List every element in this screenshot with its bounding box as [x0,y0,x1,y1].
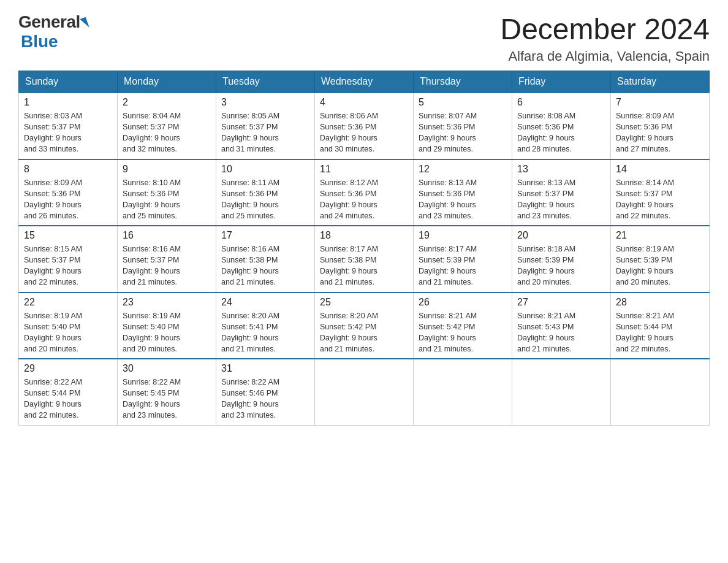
day-info: Sunrise: 8:10 AM Sunset: 5:36 PM Dayligh… [123,177,211,222]
calendar-day-cell: 22 Sunrise: 8:19 AM Sunset: 5:40 PM Dayl… [19,293,118,359]
day-number: 1 [24,97,112,108]
calendar-day-cell: 20 Sunrise: 8:18 AM Sunset: 5:39 PM Dayl… [512,226,611,293]
day-number: 28 [616,297,704,308]
day-info: Sunrise: 8:07 AM Sunset: 5:36 PM Dayligh… [419,110,507,155]
logo-general-text: General [18,12,80,32]
calendar-day-cell [414,359,512,425]
calendar-day-cell: 5 Sunrise: 8:07 AM Sunset: 5:36 PM Dayli… [414,93,512,159]
calendar-day-cell: 29 Sunrise: 8:22 AM Sunset: 5:44 PM Dayl… [19,359,118,425]
day-info: Sunrise: 8:08 AM Sunset: 5:36 PM Dayligh… [517,110,605,155]
day-of-week-header: Tuesday [216,71,315,93]
calendar-week-row: 15 Sunrise: 8:15 AM Sunset: 5:37 PM Dayl… [19,226,710,293]
day-info: Sunrise: 8:11 AM Sunset: 5:36 PM Dayligh… [221,177,309,222]
day-info: Sunrise: 8:13 AM Sunset: 5:37 PM Dayligh… [517,177,605,222]
day-number: 17 [221,230,309,241]
calendar-day-cell: 17 Sunrise: 8:16 AM Sunset: 5:38 PM Dayl… [216,226,315,293]
day-number: 21 [616,230,704,241]
calendar-day-cell: 18 Sunrise: 8:17 AM Sunset: 5:38 PM Dayl… [315,226,414,293]
day-info: Sunrise: 8:22 AM Sunset: 5:45 PM Dayligh… [123,377,211,421]
day-number: 11 [320,164,408,175]
day-info: Sunrise: 8:05 AM Sunset: 5:37 PM Dayligh… [221,110,309,155]
calendar-day-cell [611,359,710,425]
calendar-day-cell: 12 Sunrise: 8:13 AM Sunset: 5:36 PM Dayl… [414,159,512,226]
day-number: 8 [24,164,112,175]
day-info: Sunrise: 8:15 AM Sunset: 5:37 PM Dayligh… [24,243,112,288]
calendar-day-cell: 27 Sunrise: 8:21 AM Sunset: 5:43 PM Dayl… [512,293,611,359]
calendar-day-cell: 10 Sunrise: 8:11 AM Sunset: 5:36 PM Dayl… [216,159,315,226]
day-number: 13 [517,164,605,175]
day-of-week-header: Monday [118,71,216,93]
day-number: 9 [123,164,211,175]
day-number: 26 [419,297,507,308]
day-number: 3 [221,97,309,108]
day-number: 18 [320,230,408,241]
day-info: Sunrise: 8:06 AM Sunset: 5:36 PM Dayligh… [320,110,408,155]
logo: General Blue [18,12,88,52]
day-info: Sunrise: 8:20 AM Sunset: 5:42 PM Dayligh… [320,310,408,355]
page-header: General Blue December 2024 Alfara de Alg… [18,12,710,64]
calendar-week-row: 29 Sunrise: 8:22 AM Sunset: 5:44 PM Dayl… [19,359,710,425]
day-info: Sunrise: 8:19 AM Sunset: 5:40 PM Dayligh… [24,310,112,355]
logo-arrow-icon [80,17,89,29]
calendar-day-cell: 30 Sunrise: 8:22 AM Sunset: 5:45 PM Dayl… [118,359,216,425]
day-info: Sunrise: 8:14 AM Sunset: 5:37 PM Dayligh… [616,177,704,222]
calendar-day-cell: 8 Sunrise: 8:09 AM Sunset: 5:36 PM Dayli… [19,159,118,226]
calendar-day-cell: 3 Sunrise: 8:05 AM Sunset: 5:37 PM Dayli… [216,93,315,159]
calendar-day-cell [315,359,414,425]
calendar-day-cell [512,359,611,425]
calendar-day-cell: 16 Sunrise: 8:16 AM Sunset: 5:37 PM Dayl… [118,226,216,293]
calendar-week-row: 8 Sunrise: 8:09 AM Sunset: 5:36 PM Dayli… [19,159,710,226]
day-of-week-header: Thursday [414,71,512,93]
day-info: Sunrise: 8:09 AM Sunset: 5:36 PM Dayligh… [616,110,704,155]
day-info: Sunrise: 8:16 AM Sunset: 5:37 PM Dayligh… [123,243,211,288]
day-number: 24 [221,297,309,308]
day-number: 30 [123,363,211,374]
calendar-day-cell: 14 Sunrise: 8:14 AM Sunset: 5:37 PM Dayl… [611,159,710,226]
calendar-day-cell: 15 Sunrise: 8:15 AM Sunset: 5:37 PM Dayl… [19,226,118,293]
calendar-week-row: 1 Sunrise: 8:03 AM Sunset: 5:37 PM Dayli… [19,93,710,159]
day-number: 12 [419,164,507,175]
calendar-day-cell: 25 Sunrise: 8:20 AM Sunset: 5:42 PM Dayl… [315,293,414,359]
day-number: 2 [123,97,211,108]
calendar-day-cell: 4 Sunrise: 8:06 AM Sunset: 5:36 PM Dayli… [315,93,414,159]
day-info: Sunrise: 8:20 AM Sunset: 5:41 PM Dayligh… [221,310,309,355]
day-number: 20 [517,230,605,241]
day-info: Sunrise: 8:04 AM Sunset: 5:37 PM Dayligh… [123,110,211,155]
calendar-day-cell: 2 Sunrise: 8:04 AM Sunset: 5:37 PM Dayli… [118,93,216,159]
day-of-week-header: Friday [512,71,611,93]
calendar-week-row: 22 Sunrise: 8:19 AM Sunset: 5:40 PM Dayl… [19,293,710,359]
day-info: Sunrise: 8:22 AM Sunset: 5:44 PM Dayligh… [24,377,112,421]
calendar-day-cell: 23 Sunrise: 8:19 AM Sunset: 5:40 PM Dayl… [118,293,216,359]
calendar-day-cell: 21 Sunrise: 8:19 AM Sunset: 5:39 PM Dayl… [611,226,710,293]
day-info: Sunrise: 8:09 AM Sunset: 5:36 PM Dayligh… [24,177,112,222]
calendar-header-row: SundayMondayTuesdayWednesdayThursdayFrid… [19,71,710,93]
day-number: 27 [517,297,605,308]
day-number: 29 [24,363,112,374]
day-number: 5 [419,97,507,108]
calendar-day-cell: 6 Sunrise: 8:08 AM Sunset: 5:36 PM Dayli… [512,93,611,159]
day-number: 14 [616,164,704,175]
calendar-day-cell: 9 Sunrise: 8:10 AM Sunset: 5:36 PM Dayli… [118,159,216,226]
calendar-day-cell: 11 Sunrise: 8:12 AM Sunset: 5:36 PM Dayl… [315,159,414,226]
day-number: 19 [419,230,507,241]
day-info: Sunrise: 8:13 AM Sunset: 5:36 PM Dayligh… [419,177,507,222]
day-info: Sunrise: 8:19 AM Sunset: 5:39 PM Dayligh… [616,243,704,288]
calendar-day-cell: 1 Sunrise: 8:03 AM Sunset: 5:37 PM Dayli… [19,93,118,159]
day-info: Sunrise: 8:12 AM Sunset: 5:36 PM Dayligh… [320,177,408,222]
calendar-day-cell: 31 Sunrise: 8:22 AM Sunset: 5:46 PM Dayl… [216,359,315,425]
month-title: December 2024 [500,12,710,46]
day-info: Sunrise: 8:17 AM Sunset: 5:38 PM Dayligh… [320,243,408,288]
day-info: Sunrise: 8:22 AM Sunset: 5:46 PM Dayligh… [221,377,309,421]
location-subtitle: Alfara de Algimia, Valencia, Spain [500,48,710,64]
day-info: Sunrise: 8:17 AM Sunset: 5:39 PM Dayligh… [419,243,507,288]
calendar-day-cell: 19 Sunrise: 8:17 AM Sunset: 5:39 PM Dayl… [414,226,512,293]
calendar-day-cell: 28 Sunrise: 8:21 AM Sunset: 5:44 PM Dayl… [611,293,710,359]
day-number: 6 [517,97,605,108]
calendar-table: SundayMondayTuesdayWednesdayThursdayFrid… [18,71,710,426]
day-info: Sunrise: 8:18 AM Sunset: 5:39 PM Dayligh… [517,243,605,288]
day-number: 10 [221,164,309,175]
day-info: Sunrise: 8:21 AM Sunset: 5:44 PM Dayligh… [616,310,704,355]
day-number: 16 [123,230,211,241]
calendar-day-cell: 24 Sunrise: 8:20 AM Sunset: 5:41 PM Dayl… [216,293,315,359]
day-number: 23 [123,297,211,308]
